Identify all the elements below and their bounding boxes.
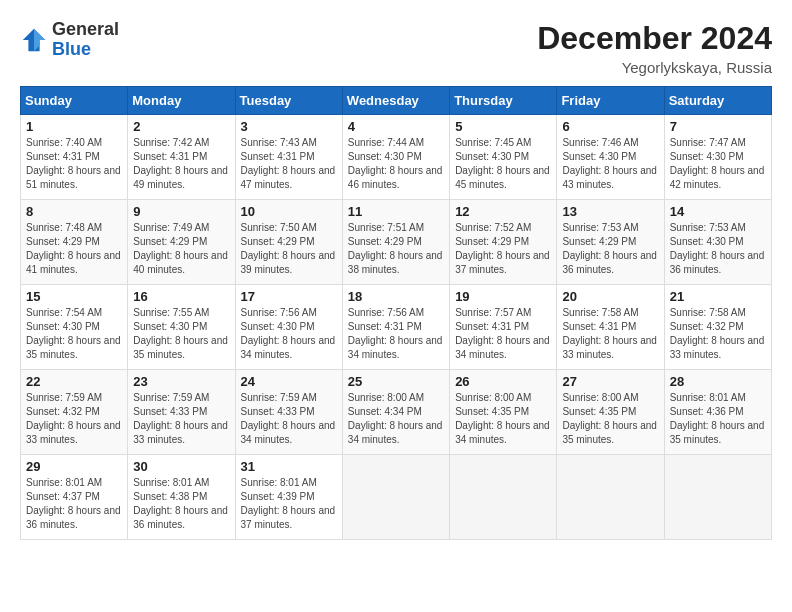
day-number: 2 [133,119,229,134]
day-number: 4 [348,119,444,134]
calendar-day-cell: 25 Sunrise: 8:00 AMSunset: 4:34 PMDaylig… [342,370,449,455]
day-info: Sunrise: 8:01 AMSunset: 4:37 PMDaylight:… [26,477,121,530]
day-info: Sunrise: 7:55 AMSunset: 4:30 PMDaylight:… [133,307,228,360]
day-number: 1 [26,119,122,134]
calendar-day-cell: 27 Sunrise: 8:00 AMSunset: 4:35 PMDaylig… [557,370,664,455]
day-number: 12 [455,204,551,219]
calendar-day-cell: 29 Sunrise: 8:01 AMSunset: 4:37 PMDaylig… [21,455,128,540]
day-info: Sunrise: 7:58 AMSunset: 4:32 PMDaylight:… [670,307,765,360]
day-number: 27 [562,374,658,389]
day-info: Sunrise: 7:46 AMSunset: 4:30 PMDaylight:… [562,137,657,190]
calendar-day-cell: 7 Sunrise: 7:47 AMSunset: 4:30 PMDayligh… [664,115,771,200]
day-number: 3 [241,119,337,134]
page-header: General Blue December 2024 Yegorlykskaya… [20,20,772,76]
calendar-day-cell: 1 Sunrise: 7:40 AMSunset: 4:31 PMDayligh… [21,115,128,200]
day-number: 8 [26,204,122,219]
calendar-week-row: 8 Sunrise: 7:48 AMSunset: 4:29 PMDayligh… [21,200,772,285]
calendar-day-cell: 31 Sunrise: 8:01 AMSunset: 4:39 PMDaylig… [235,455,342,540]
calendar-day-cell: 12 Sunrise: 7:52 AMSunset: 4:29 PMDaylig… [450,200,557,285]
calendar-day-cell: 4 Sunrise: 7:44 AMSunset: 4:30 PMDayligh… [342,115,449,200]
day-info: Sunrise: 7:56 AMSunset: 4:31 PMDaylight:… [348,307,443,360]
month-title: December 2024 [537,20,772,57]
day-number: 17 [241,289,337,304]
calendar-day-cell: 26 Sunrise: 8:00 AMSunset: 4:35 PMDaylig… [450,370,557,455]
logo: General Blue [20,20,119,60]
calendar-day-cell: 20 Sunrise: 7:58 AMSunset: 4:31 PMDaylig… [557,285,664,370]
day-number: 20 [562,289,658,304]
day-number: 22 [26,374,122,389]
calendar-week-row: 1 Sunrise: 7:40 AMSunset: 4:31 PMDayligh… [21,115,772,200]
calendar-day-cell: 19 Sunrise: 7:57 AMSunset: 4:31 PMDaylig… [450,285,557,370]
weekday-header: Thursday [450,87,557,115]
calendar-day-cell [557,455,664,540]
calendar-day-cell: 23 Sunrise: 7:59 AMSunset: 4:33 PMDaylig… [128,370,235,455]
weekday-header: Sunday [21,87,128,115]
day-info: Sunrise: 7:49 AMSunset: 4:29 PMDaylight:… [133,222,228,275]
weekday-header: Saturday [664,87,771,115]
day-number: 10 [241,204,337,219]
day-number: 30 [133,459,229,474]
calendar-header-row: SundayMondayTuesdayWednesdayThursdayFrid… [21,87,772,115]
day-number: 11 [348,204,444,219]
day-info: Sunrise: 7:59 AMSunset: 4:33 PMDaylight:… [133,392,228,445]
calendar-day-cell: 22 Sunrise: 7:59 AMSunset: 4:32 PMDaylig… [21,370,128,455]
day-info: Sunrise: 7:53 AMSunset: 4:29 PMDaylight:… [562,222,657,275]
day-number: 21 [670,289,766,304]
calendar-day-cell: 6 Sunrise: 7:46 AMSunset: 4:30 PMDayligh… [557,115,664,200]
day-info: Sunrise: 8:01 AMSunset: 4:36 PMDaylight:… [670,392,765,445]
day-number: 29 [26,459,122,474]
logo-icon [20,26,48,54]
calendar-table: SundayMondayTuesdayWednesdayThursdayFrid… [20,86,772,540]
day-number: 7 [670,119,766,134]
calendar-week-row: 15 Sunrise: 7:54 AMSunset: 4:30 PMDaylig… [21,285,772,370]
calendar-day-cell: 30 Sunrise: 8:01 AMSunset: 4:38 PMDaylig… [128,455,235,540]
day-info: Sunrise: 8:00 AMSunset: 4:34 PMDaylight:… [348,392,443,445]
calendar-day-cell: 28 Sunrise: 8:01 AMSunset: 4:36 PMDaylig… [664,370,771,455]
day-number: 19 [455,289,551,304]
day-number: 16 [133,289,229,304]
day-info: Sunrise: 7:56 AMSunset: 4:30 PMDaylight:… [241,307,336,360]
calendar-day-cell [342,455,449,540]
calendar-day-cell: 11 Sunrise: 7:51 AMSunset: 4:29 PMDaylig… [342,200,449,285]
location: Yegorlykskaya, Russia [537,59,772,76]
calendar-day-cell [664,455,771,540]
calendar-day-cell: 16 Sunrise: 7:55 AMSunset: 4:30 PMDaylig… [128,285,235,370]
day-number: 31 [241,459,337,474]
day-number: 15 [26,289,122,304]
day-number: 5 [455,119,551,134]
calendar-day-cell: 24 Sunrise: 7:59 AMSunset: 4:33 PMDaylig… [235,370,342,455]
day-info: Sunrise: 7:47 AMSunset: 4:30 PMDaylight:… [670,137,765,190]
day-info: Sunrise: 8:00 AMSunset: 4:35 PMDaylight:… [455,392,550,445]
day-number: 23 [133,374,229,389]
day-info: Sunrise: 7:50 AMSunset: 4:29 PMDaylight:… [241,222,336,275]
day-number: 18 [348,289,444,304]
calendar-week-row: 22 Sunrise: 7:59 AMSunset: 4:32 PMDaylig… [21,370,772,455]
day-info: Sunrise: 7:42 AMSunset: 4:31 PMDaylight:… [133,137,228,190]
weekday-header: Friday [557,87,664,115]
day-info: Sunrise: 7:43 AMSunset: 4:31 PMDaylight:… [241,137,336,190]
day-info: Sunrise: 7:40 AMSunset: 4:31 PMDaylight:… [26,137,121,190]
day-number: 13 [562,204,658,219]
day-info: Sunrise: 7:48 AMSunset: 4:29 PMDaylight:… [26,222,121,275]
calendar-day-cell: 3 Sunrise: 7:43 AMSunset: 4:31 PMDayligh… [235,115,342,200]
weekday-header: Wednesday [342,87,449,115]
day-number: 24 [241,374,337,389]
day-info: Sunrise: 7:57 AMSunset: 4:31 PMDaylight:… [455,307,550,360]
day-number: 26 [455,374,551,389]
logo-blue: Blue [52,39,91,59]
day-number: 6 [562,119,658,134]
calendar-day-cell: 18 Sunrise: 7:56 AMSunset: 4:31 PMDaylig… [342,285,449,370]
day-info: Sunrise: 8:01 AMSunset: 4:38 PMDaylight:… [133,477,228,530]
day-number: 14 [670,204,766,219]
logo-text: General Blue [52,20,119,60]
calendar-day-cell: 2 Sunrise: 7:42 AMSunset: 4:31 PMDayligh… [128,115,235,200]
day-info: Sunrise: 7:51 AMSunset: 4:29 PMDaylight:… [348,222,443,275]
day-info: Sunrise: 7:58 AMSunset: 4:31 PMDaylight:… [562,307,657,360]
calendar-day-cell: 9 Sunrise: 7:49 AMSunset: 4:29 PMDayligh… [128,200,235,285]
calendar-day-cell [450,455,557,540]
day-info: Sunrise: 7:53 AMSunset: 4:30 PMDaylight:… [670,222,765,275]
day-info: Sunrise: 7:52 AMSunset: 4:29 PMDaylight:… [455,222,550,275]
calendar-day-cell: 5 Sunrise: 7:45 AMSunset: 4:30 PMDayligh… [450,115,557,200]
day-number: 28 [670,374,766,389]
day-info: Sunrise: 7:44 AMSunset: 4:30 PMDaylight:… [348,137,443,190]
